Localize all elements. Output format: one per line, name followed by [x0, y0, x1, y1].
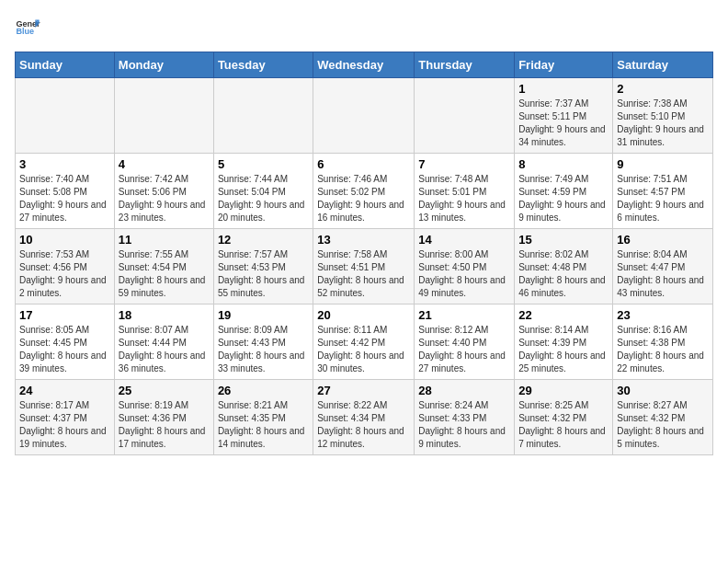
day-number: 1	[518, 82, 609, 96]
calendar-cell: 1Sunrise: 7:37 AM Sunset: 5:11 PM Daylig…	[515, 78, 613, 154]
day-info: Sunrise: 8:04 AM Sunset: 4:47 PM Dayligh…	[617, 248, 709, 300]
day-info: Sunrise: 8:17 AM Sunset: 4:37 PM Dayligh…	[19, 399, 110, 451]
day-info: Sunrise: 7:53 AM Sunset: 4:56 PM Dayligh…	[19, 248, 110, 300]
day-number: 21	[418, 308, 510, 322]
calendar-cell: 16Sunrise: 8:04 AM Sunset: 4:47 PM Dayli…	[613, 229, 713, 304]
day-info: Sunrise: 8:27 AM Sunset: 4:32 PM Dayligh…	[617, 399, 709, 451]
calendar-cell: 10Sunrise: 7:53 AM Sunset: 4:56 PM Dayli…	[16, 229, 115, 304]
header: General Blue	[15, 15, 713, 40]
day-info: Sunrise: 8:05 AM Sunset: 4:45 PM Dayligh…	[19, 324, 110, 375]
calendar-cell: 25Sunrise: 8:19 AM Sunset: 4:36 PM Dayli…	[114, 380, 213, 455]
calendar-cell: 29Sunrise: 8:25 AM Sunset: 4:32 PM Dayli…	[515, 380, 613, 455]
weekday-header-sunday: Sunday	[16, 52, 115, 78]
calendar-cell: 30Sunrise: 8:27 AM Sunset: 4:32 PM Dayli…	[613, 380, 713, 455]
calendar-cell: 23Sunrise: 8:16 AM Sunset: 4:38 PM Dayli…	[613, 304, 713, 380]
calendar-cell	[415, 78, 515, 154]
day-info: Sunrise: 8:24 AM Sunset: 4:33 PM Dayligh…	[418, 399, 510, 451]
day-info: Sunrise: 7:37 AM Sunset: 5:11 PM Dayligh…	[518, 98, 609, 149]
day-info: Sunrise: 8:22 AM Sunset: 4:34 PM Dayligh…	[317, 399, 410, 451]
day-number: 11	[119, 233, 210, 247]
calendar-week-1: 3Sunrise: 7:40 AM Sunset: 5:08 PM Daylig…	[16, 154, 713, 229]
day-info: Sunrise: 8:14 AM Sunset: 4:39 PM Dayligh…	[518, 324, 609, 375]
calendar-cell	[313, 78, 415, 154]
calendar-cell: 9Sunrise: 7:51 AM Sunset: 4:57 PM Daylig…	[613, 154, 713, 229]
day-info: Sunrise: 7:40 AM Sunset: 5:08 PM Dayligh…	[19, 173, 110, 224]
calendar-cell: 15Sunrise: 8:02 AM Sunset: 4:48 PM Dayli…	[515, 229, 613, 304]
logo: General Blue	[15, 15, 40, 40]
calendar-cell: 20Sunrise: 8:11 AM Sunset: 4:42 PM Dayli…	[313, 304, 415, 380]
calendar-cell: 2Sunrise: 7:38 AM Sunset: 5:10 PM Daylig…	[613, 78, 713, 154]
day-number: 5	[218, 157, 309, 171]
day-number: 17	[19, 308, 110, 322]
day-number: 10	[19, 233, 110, 247]
calendar-cell: 6Sunrise: 7:46 AM Sunset: 5:02 PM Daylig…	[313, 154, 415, 229]
weekday-row: SundayMondayTuesdayWednesdayThursdayFrid…	[16, 52, 713, 78]
day-info: Sunrise: 7:51 AM Sunset: 4:57 PM Dayligh…	[617, 173, 709, 224]
weekday-header-monday: Monday	[114, 52, 213, 78]
day-info: Sunrise: 8:11 AM Sunset: 4:42 PM Dayligh…	[317, 324, 410, 375]
calendar-cell: 18Sunrise: 8:07 AM Sunset: 4:44 PM Dayli…	[114, 304, 213, 380]
day-number: 6	[317, 157, 410, 171]
calendar-body: 1Sunrise: 7:37 AM Sunset: 5:11 PM Daylig…	[16, 78, 713, 455]
day-number: 30	[617, 384, 709, 397]
day-number: 25	[119, 384, 210, 397]
calendar-cell: 17Sunrise: 8:05 AM Sunset: 4:45 PM Dayli…	[16, 304, 115, 380]
calendar-cell	[213, 78, 313, 154]
calendar-cell: 21Sunrise: 8:12 AM Sunset: 4:40 PM Dayli…	[415, 304, 515, 380]
calendar-cell	[114, 78, 213, 154]
day-number: 19	[218, 308, 309, 322]
day-number: 12	[218, 233, 309, 247]
day-info: Sunrise: 7:55 AM Sunset: 4:54 PM Dayligh…	[119, 248, 210, 300]
calendar-cell: 13Sunrise: 7:58 AM Sunset: 4:51 PM Dayli…	[313, 229, 415, 304]
day-info: Sunrise: 7:44 AM Sunset: 5:04 PM Dayligh…	[218, 173, 309, 224]
calendar-cell: 7Sunrise: 7:48 AM Sunset: 5:01 PM Daylig…	[415, 154, 515, 229]
day-info: Sunrise: 8:21 AM Sunset: 4:35 PM Dayligh…	[218, 399, 309, 451]
day-info: Sunrise: 8:19 AM Sunset: 4:36 PM Dayligh…	[119, 399, 210, 451]
logo-icon: General Blue	[15, 15, 40, 40]
day-info: Sunrise: 7:38 AM Sunset: 5:10 PM Dayligh…	[617, 98, 709, 149]
day-info: Sunrise: 7:48 AM Sunset: 5:01 PM Dayligh…	[418, 173, 510, 224]
day-info: Sunrise: 8:25 AM Sunset: 4:32 PM Dayligh…	[518, 399, 609, 451]
day-info: Sunrise: 7:42 AM Sunset: 5:06 PM Dayligh…	[119, 173, 210, 224]
day-number: 24	[19, 384, 110, 397]
weekday-header-tuesday: Tuesday	[213, 52, 313, 78]
day-info: Sunrise: 8:07 AM Sunset: 4:44 PM Dayligh…	[119, 324, 210, 375]
calendar-cell: 19Sunrise: 8:09 AM Sunset: 4:43 PM Dayli…	[213, 304, 313, 380]
weekday-header-wednesday: Wednesday	[313, 52, 415, 78]
day-number: 13	[317, 233, 410, 247]
day-info: Sunrise: 8:02 AM Sunset: 4:48 PM Dayligh…	[518, 248, 609, 300]
day-number: 22	[518, 308, 609, 322]
calendar-cell: 27Sunrise: 8:22 AM Sunset: 4:34 PM Dayli…	[313, 380, 415, 455]
day-number: 26	[218, 384, 309, 397]
day-number: 27	[317, 384, 410, 397]
day-number: 14	[418, 233, 510, 247]
day-number: 20	[317, 308, 410, 322]
weekday-header-saturday: Saturday	[613, 52, 713, 78]
day-number: 8	[518, 157, 609, 171]
calendar-table: SundayMondayTuesdayWednesdayThursdayFrid…	[15, 52, 713, 455]
day-number: 7	[418, 157, 510, 171]
calendar-cell	[16, 78, 115, 154]
weekday-header-thursday: Thursday	[415, 52, 515, 78]
day-info: Sunrise: 8:12 AM Sunset: 4:40 PM Dayligh…	[418, 324, 510, 375]
day-number: 2	[617, 82, 709, 96]
day-number: 9	[617, 157, 709, 171]
day-info: Sunrise: 7:46 AM Sunset: 5:02 PM Dayligh…	[317, 173, 410, 224]
day-number: 28	[418, 384, 510, 397]
calendar-cell: 12Sunrise: 7:57 AM Sunset: 4:53 PM Dayli…	[213, 229, 313, 304]
calendar-cell: 11Sunrise: 7:55 AM Sunset: 4:54 PM Dayli…	[114, 229, 213, 304]
calendar-cell: 24Sunrise: 8:17 AM Sunset: 4:37 PM Dayli…	[16, 380, 115, 455]
calendar-cell: 5Sunrise: 7:44 AM Sunset: 5:04 PM Daylig…	[213, 154, 313, 229]
calendar-cell: 26Sunrise: 8:21 AM Sunset: 4:35 PM Dayli…	[213, 380, 313, 455]
day-info: Sunrise: 7:58 AM Sunset: 4:51 PM Dayligh…	[317, 248, 410, 300]
day-info: Sunrise: 8:16 AM Sunset: 4:38 PM Dayligh…	[617, 324, 709, 375]
weekday-header-friday: Friday	[515, 52, 613, 78]
day-number: 4	[119, 157, 210, 171]
calendar-week-0: 1Sunrise: 7:37 AM Sunset: 5:11 PM Daylig…	[16, 78, 713, 154]
day-number: 18	[119, 308, 210, 322]
calendar-cell: 4Sunrise: 7:42 AM Sunset: 5:06 PM Daylig…	[114, 154, 213, 229]
calendar-week-2: 10Sunrise: 7:53 AM Sunset: 4:56 PM Dayli…	[16, 229, 713, 304]
calendar-cell: 8Sunrise: 7:49 AM Sunset: 4:59 PM Daylig…	[515, 154, 613, 229]
day-info: Sunrise: 8:09 AM Sunset: 4:43 PM Dayligh…	[218, 324, 309, 375]
day-number: 23	[617, 308, 709, 322]
